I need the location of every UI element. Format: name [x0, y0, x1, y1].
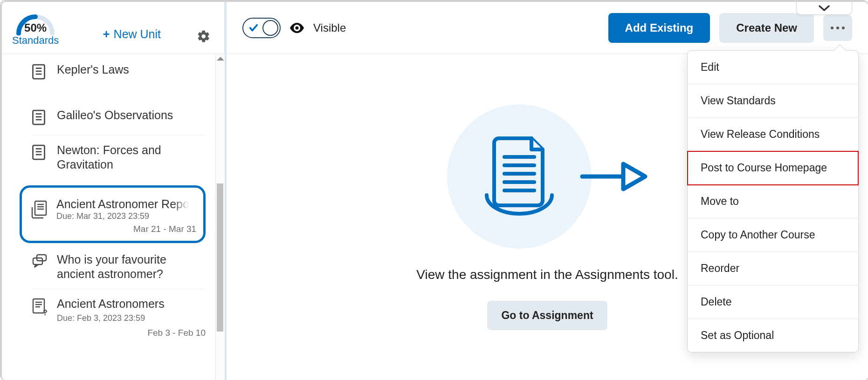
sidebar-item-galileo[interactable]: Galileo's Observations [32, 101, 206, 136]
document-icon [32, 63, 48, 82]
plus-icon: + [103, 27, 110, 41]
sidebar-item-newton[interactable]: Newton: Forces and Gravitation [32, 136, 206, 180]
actions-menu: EditView StandardsView Release Condition… [687, 50, 859, 353]
item-range: Mar 21 - Mar 31 [56, 224, 196, 234]
svg-point-23 [296, 26, 299, 29]
svg-text:?: ? [43, 309, 48, 316]
document-icon [32, 144, 48, 163]
item-due: Due: Mar 31, 2023 23:59 [56, 211, 196, 221]
item-title: Who is your favourite ancient astronomer… [57, 252, 206, 282]
eye-icon [290, 23, 304, 33]
svg-rect-12 [35, 201, 46, 215]
settings-button[interactable] [193, 26, 214, 47]
more-actions-button[interactable] [823, 15, 852, 41]
discussion-icon [32, 253, 48, 271]
document-icon [32, 109, 48, 128]
new-unit-button[interactable]: + New Unit [103, 27, 161, 41]
empty-illustration [447, 104, 648, 249]
menu-item-edit[interactable]: Edit [688, 51, 858, 84]
sidebar-item-kepler[interactable]: Kepler's Laws [32, 55, 206, 101]
standards-progress[interactable]: 50% Standards [12, 8, 59, 47]
item-title: Newton: Forces and Gravitation [57, 143, 206, 172]
new-unit-label: New Unit [114, 27, 161, 41]
standards-label[interactable]: Standards [12, 34, 59, 47]
menu-item-delete[interactable]: Delete [688, 285, 858, 319]
standards-percent: 50% [14, 21, 57, 34]
item-title: Ancient Astronomers [57, 297, 206, 311]
item-range: Feb 3 - Feb 10 [57, 328, 206, 338]
collapse-button[interactable] [796, 1, 852, 15]
chevron-down-icon [818, 4, 831, 12]
sidebar-item-selected[interactable]: Ancient Astronomer Report Due: Mar 31, 2… [20, 185, 206, 243]
go-to-assignment-button[interactable]: Go to Assignment [487, 301, 607, 330]
visibility-label: Visible [313, 21, 346, 34]
sidebar: 50% Standards + New Unit Kepler's Laws G… [2, 2, 225, 380]
progress-arc: 50% [14, 8, 57, 35]
main-header: Visible Add Existing Create New [227, 2, 868, 54]
toggle-knob [262, 20, 278, 36]
menu-item-view-release-conditions[interactable]: View Release Conditions [688, 118, 858, 151]
gear-icon [197, 29, 211, 43]
menu-item-reorder[interactable]: Reorder [688, 252, 858, 285]
menu-item-view-standards[interactable]: View Standards [688, 84, 858, 118]
assignment-icon [30, 200, 50, 222]
menu-item-move-to[interactable]: Move to [688, 185, 858, 218]
item-title: Ancient Astronomer Report [56, 197, 196, 211]
create-new-button[interactable]: Create New [719, 13, 814, 43]
item-title: Galileo's Observations [57, 108, 206, 122]
sidebar-list: Kepler's Laws Galileo's Observations New… [2, 54, 224, 380]
svg-marker-30 [623, 164, 645, 189]
empty-message: View the assignment in the Assignments t… [416, 267, 678, 282]
scroll-up-icon [217, 57, 224, 61]
scrollbar-thumb[interactable] [217, 183, 223, 332]
sidebar-scrollbar[interactable] [215, 54, 225, 380]
sidebar-item-favourite[interactable]: Who is your favourite ancient astronomer… [32, 245, 206, 290]
item-due: Due: Feb 3, 2023 23:59 [57, 313, 206, 323]
sidebar-header: 50% Standards + New Unit [2, 2, 224, 54]
menu-item-post-to-course-homepage[interactable]: Post to Course Homepage [688, 151, 858, 185]
quiz-icon: ? [32, 298, 48, 318]
sidebar-item-quiz[interactable]: ? Ancient Astronomers Due: Feb 3, 2023 2… [32, 289, 206, 345]
menu-item-copy-to-another-course[interactable]: Copy to Another Course [688, 218, 858, 252]
check-icon [248, 23, 259, 33]
item-title: Kepler's Laws [57, 62, 206, 77]
main-panel: Visible Add Existing Create New [225, 2, 868, 380]
arrow-right-icon [578, 156, 648, 197]
visibility-toggle[interactable] [242, 18, 281, 38]
add-existing-button[interactable]: Add Existing [608, 13, 710, 43]
menu-item-set-as-optional[interactable]: Set as Optional [688, 319, 858, 352]
